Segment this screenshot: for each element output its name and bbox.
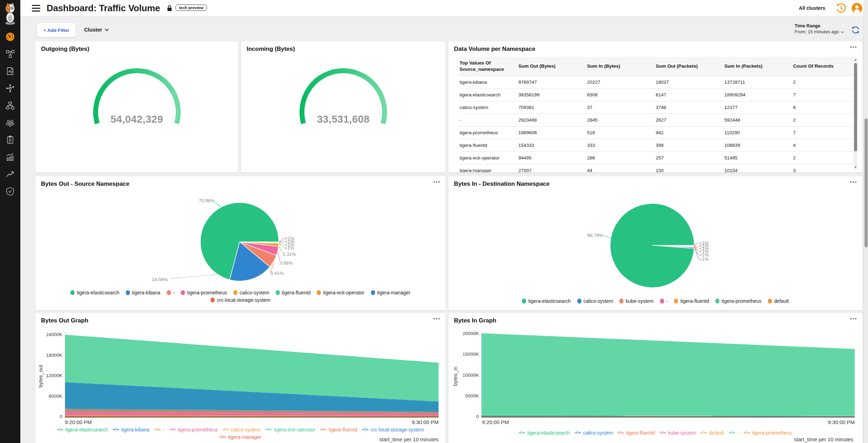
sidebar-item-dashboard gauge-dashboard-icon[interactable]: [6, 32, 15, 41]
legend-item--[interactable]: -: [729, 430, 739, 436]
legend-item-tigera-fluentd[interactable]: tigera-fluentd: [320, 427, 357, 432]
sidebar-item-policies document-edit-icon[interactable]: [6, 67, 15, 76]
legend-item-default[interactable]: default: [768, 298, 789, 304]
legend-item-calico-system[interactable]: calico-system: [222, 427, 261, 432]
legend-item-kube-system[interactable]: kube-system: [619, 298, 653, 304]
sidebar-item-security shield-icon[interactable]: [6, 187, 15, 196]
legend-item-tigera-kibana[interactable]: tigera-kibana: [126, 290, 160, 295]
page-scrollbar-thumb[interactable]: [864, 118, 868, 247]
legend-item--[interactable]: -: [167, 290, 175, 295]
legend-item-tigera-fluentd[interactable]: tigera-fluentd: [618, 430, 655, 436]
time-range-selector[interactable]: From: 15 minutes ago: [795, 29, 843, 34]
pie-legend: tigera-elasticsearchcalico-systemkube-sy…: [459, 298, 852, 304]
bytes-in-pie-chart: [448, 176, 862, 310]
legend-item-default[interactable]: default: [701, 430, 724, 436]
sidebar-item-networksets network-tree-icon[interactable]: [6, 101, 15, 110]
panel-menu-icon[interactable]: ⋯: [850, 314, 857, 323]
table-scrollbar-thumb[interactable]: [854, 63, 857, 151]
sidebar-item-flow-viz molecule-icon[interactable]: [6, 84, 15, 93]
legend-item-tigera-elasticsearch[interactable]: tigera-elasticsearch: [57, 427, 108, 432]
refresh-icon[interactable]: [851, 25, 860, 35]
table-column-header[interactable]: Sum In (Packets): [724, 57, 793, 76]
legend-item-calico-system[interactable]: calico-system: [577, 298, 613, 304]
legend-item-tigera-eck-operator[interactable]: tigera-eck-operator: [266, 427, 315, 432]
table-column-header[interactable]: Sum In (Bytes): [587, 57, 656, 76]
legend-dot-icon: [233, 290, 237, 295]
legend-item-crc-local-storage-system[interactable]: crc-local-storage-system: [211, 297, 270, 303]
legend-item-tigera-prometheus[interactable]: tigera-prometheus: [715, 298, 762, 304]
add-filter-button[interactable]: + Add Filter: [37, 23, 76, 37]
pie-slice-tigera-elasticsearch[interactable]: [610, 204, 694, 288]
legend-dot-icon: [276, 290, 280, 295]
legend-item-tigera-kibana[interactable]: tigera-kibana: [113, 427, 150, 432]
legend-item-tigera-eck-operator[interactable]: tigera-eck-operator: [317, 290, 364, 295]
tech-preview-badge: tech preview: [175, 5, 207, 11]
legend-label: calico-system: [584, 298, 613, 304]
sidebar-item-statistics bar-chart-icon[interactable]: [6, 152, 15, 162]
panel-menu-icon[interactable]: ⋯: [433, 314, 441, 323]
table-cell: tigera-elasticsearch: [460, 89, 518, 101]
top-header: Dashboard: Traffic Volume tech preview A…: [20, 0, 868, 16]
x-axis-end-label: 9:30:00 PM: [397, 419, 439, 425]
bytes-in-area-chart: [482, 331, 855, 417]
cluster-filter-dropdown[interactable]: Cluster: [84, 27, 108, 33]
legend-item-tigera-prometheus[interactable]: tigera-prometheus: [181, 290, 227, 295]
legend-item-tigera-fluentd[interactable]: tigera-fluentd: [674, 298, 709, 304]
legend-dot-icon: [715, 299, 719, 304]
sidebar-item-service-graph topology-icon[interactable]: [6, 49, 15, 59]
table-column-header[interactable]: Count Of Records: [793, 57, 853, 76]
legend-line-marker-icon: [222, 428, 229, 431]
legend-item-tigera-prometheus[interactable]: tigera-prometheus: [170, 427, 218, 432]
cluster-scope-label[interactable]: All clusters: [799, 5, 825, 11]
legend-dot-icon: [167, 290, 171, 295]
legend-item-tigera-elasticsearch[interactable]: tigera-elasticsearch: [70, 290, 119, 295]
legend-item-kube-system[interactable]: kube-system: [660, 430, 696, 436]
legend-item-tigera-manager[interactable]: tigera-manager: [371, 290, 411, 295]
scroll-up-icon[interactable]: ▲: [854, 58, 857, 61]
graph-legend: tigera-elasticsearchcalico-systemtigera-…: [469, 430, 841, 436]
legend-item-calico-system[interactable]: calico-system: [233, 290, 269, 295]
legend-item-crc-local-storage-system[interactable]: crc-local-storage-system: [362, 427, 424, 432]
legend-item--[interactable]: -: [154, 427, 165, 432]
legend-item-tigera-fluentd[interactable]: tigera-fluentd: [276, 290, 311, 295]
panel-title: Data Volume per Namespace: [454, 46, 535, 53]
legend-line-marker-icon: [729, 431, 735, 435]
legend-dot-icon: [70, 290, 75, 295]
table-row: calico-system709381373748123776: [460, 101, 853, 114]
x-axis-start-label: 9:20:00 PM: [482, 419, 509, 425]
table-row: -2923498284526275924482: [460, 114, 853, 127]
legend-line-marker-icon: [362, 428, 368, 431]
panel-bytes-out-graph: Bytes Out Graph ⋯ bytes_out 24000K18000K…: [35, 313, 446, 443]
hamburger-menu-icon[interactable]: [32, 5, 40, 12]
table-cell: 333: [587, 139, 656, 152]
scroll-down-icon[interactable]: ▼: [854, 166, 857, 169]
sidebar-item-compliance clipboard-icon[interactable]: [6, 135, 15, 144]
legend-item--[interactable]: -: [660, 298, 668, 304]
legend-item-tigera-elasticsearch[interactable]: tigera-elasticsearch: [519, 430, 570, 436]
table-cell: 7: [793, 127, 853, 139]
legend-dot-icon: [371, 290, 375, 295]
user-avatar-icon[interactable]: [852, 3, 862, 14]
area-series-tigera-elasticsearch[interactable]: [482, 333, 855, 416]
legend-dot-icon: [211, 298, 215, 302]
legend-item-tigera-prometheus[interactable]: tigera-prometheus: [744, 430, 792, 436]
table-column-header[interactable]: Sum Out (Packets): [656, 57, 724, 76]
legend-label: tigera-elasticsearch: [66, 427, 108, 432]
legend-item-calico-system[interactable]: calico-system: [575, 430, 613, 436]
legend-label: -: [173, 290, 175, 295]
panel-incoming-bytes: Incoming (Bytes) 33,531,608: [241, 41, 446, 172]
table-column-header[interactable]: Top Values Of Source_namespace: [460, 57, 518, 76]
sidebar-item-trends trend-arrow-icon[interactable]: [6, 170, 15, 179]
panel-menu-icon[interactable]: ⋯: [850, 43, 857, 51]
history-icon[interactable]: [835, 3, 846, 14]
legend-dot-icon: [126, 290, 130, 295]
legend-line-marker-icon: [575, 431, 581, 435]
calico-cat-logo[interactable]: [2, 2, 19, 25]
sidebar-item-clusters honeycomb-cluster-icon[interactable]: [6, 118, 15, 127]
table-column-header[interactable]: Sum Out (Bytes): [518, 57, 587, 76]
table-cell: -: [460, 114, 518, 127]
table-row: tigera-elasticsearch38358199630861471890…: [460, 89, 853, 101]
legend-item-tigera-manager[interactable]: tigera-manager: [220, 434, 261, 440]
legend-item-tigera-elasticsearch[interactable]: tigera-elasticsearch: [522, 298, 571, 304]
panel-bytes-out-pie: Bytes Out - Source Namespace ⋯ tigera-el…: [35, 176, 446, 310]
